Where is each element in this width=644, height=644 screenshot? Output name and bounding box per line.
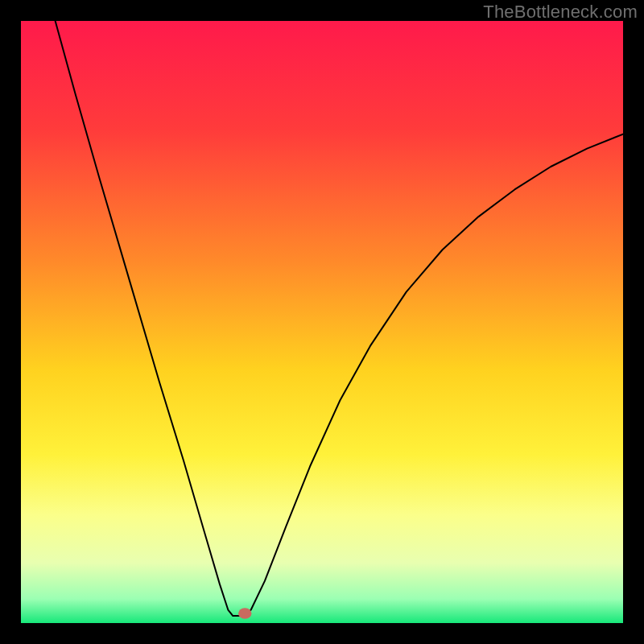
watermark-text: TheBottleneck.com xyxy=(483,2,638,23)
chart-frame: TheBottleneck.com xyxy=(0,0,644,644)
optimal-marker xyxy=(238,608,251,618)
bottleneck-chart xyxy=(21,21,623,623)
plot-area xyxy=(21,21,623,623)
gradient-background xyxy=(21,21,623,623)
